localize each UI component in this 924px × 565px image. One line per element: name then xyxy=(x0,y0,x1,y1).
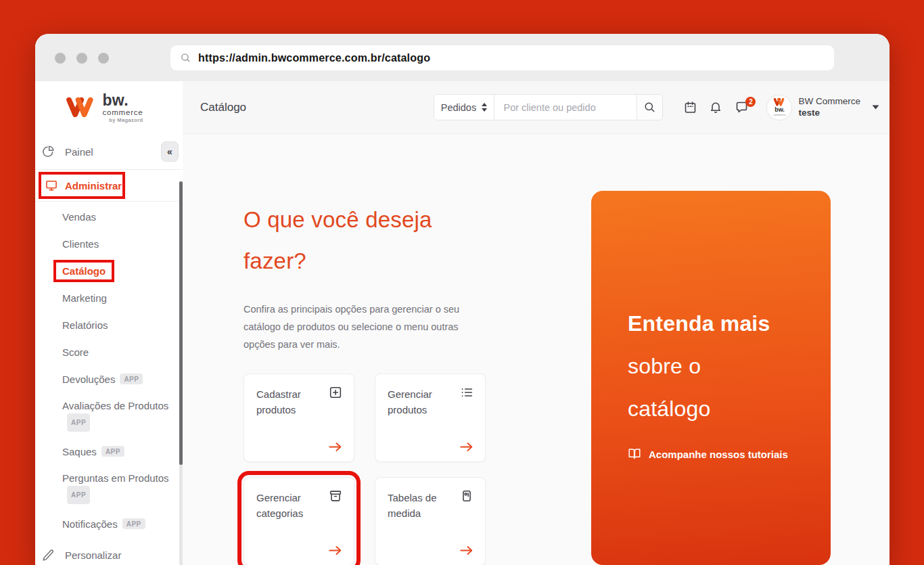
sidebar-item-personalizar[interactable]: Personalizar xyxy=(35,540,183,565)
browser-window: https://admin.bwcommerce.com.br/catalogo… xyxy=(35,34,890,565)
app-badge: APP xyxy=(67,486,90,504)
bw-logo-mark-icon xyxy=(65,95,96,120)
sidebar-item-score[interactable]: Score xyxy=(35,338,183,365)
sidebar-item-perguntas-em-produtos[interactable]: Perguntas em Produtos APP xyxy=(35,465,183,510)
open-book-icon xyxy=(628,448,641,460)
sidebar-scrollbar-thumb[interactable] xyxy=(179,181,183,465)
address-bar[interactable]: https://admin.bwcommerce.com.br/catalogo xyxy=(170,45,834,70)
sidebar-item-label: Administrar xyxy=(65,180,122,191)
sidebar-item-avaliacoes-de-produtos[interactable]: Avaliações de Produtos APP xyxy=(35,392,183,438)
page-background: { "frame": { "url": "https://admin.bwcom… xyxy=(0,0,924,565)
measure-icon xyxy=(459,489,474,503)
card-gerenciar-produtos[interactable]: Gerenciar produtos xyxy=(375,374,486,462)
window-controls xyxy=(55,53,109,64)
window-minimize-button[interactable] xyxy=(76,53,87,64)
sidebar-item-label: Vendas xyxy=(62,211,96,223)
sidebar-item-label: Personalizar xyxy=(65,549,121,561)
app-badge: APP xyxy=(67,413,90,432)
arrow-right-icon xyxy=(328,442,343,452)
brand-subname: commerce xyxy=(102,109,143,117)
page-header: Catálogo Pedidos xyxy=(183,81,890,134)
sidebar-item-painel[interactable]: Painel « xyxy=(35,134,183,169)
sidebar-item-marketing[interactable]: Marketing xyxy=(35,284,183,311)
sidebar-item-vendas[interactable]: Vendas xyxy=(35,203,183,230)
card-title: Tabelas de medida xyxy=(388,490,455,521)
sidebar-item-label: Marketing xyxy=(62,292,107,304)
card-cadastrar-produtos[interactable]: Cadastrar produtos xyxy=(244,374,354,462)
sidebar-item-label: Perguntas em Produtos xyxy=(62,472,169,484)
arrow-right-icon xyxy=(459,442,474,452)
order-search-group: Pedidos xyxy=(434,94,663,120)
brand-logo[interactable]: bw. commerce by Magazord xyxy=(35,81,183,134)
calendar-icon xyxy=(683,100,697,114)
account-name: BW Commerce xyxy=(798,96,860,108)
bell-icon xyxy=(709,100,722,114)
sidebar-item-relatorios[interactable]: Relatórios xyxy=(35,311,183,338)
search-button[interactable] xyxy=(637,95,662,120)
card-title: Gerenciar produtos xyxy=(388,386,455,417)
sort-updown-icon xyxy=(481,103,488,112)
sidebar-item-catalogo[interactable]: Catálogo xyxy=(35,257,183,284)
messages-button[interactable]: 2 xyxy=(734,100,749,115)
app-badge: APP xyxy=(122,518,145,529)
card-title: Gerenciar categorias xyxy=(256,490,324,521)
card-tabelas-de-medida[interactable]: Tabelas de medida xyxy=(375,477,486,565)
annotation-box: Catálogo xyxy=(53,260,114,282)
app-badge: APP xyxy=(120,374,143,384)
avatar-brand-subtext: commerce xyxy=(773,113,786,117)
action-cards-grid: Cadastrar produtos xyxy=(244,374,488,565)
avatar-brand-text: bw. xyxy=(775,107,785,113)
promo-title-bold: Entenda mais xyxy=(628,302,804,345)
app-badge: APP xyxy=(101,446,124,457)
sidebar-item-label: Score xyxy=(62,346,89,358)
brand-logo-text: bw. commerce by Magazord xyxy=(102,93,143,123)
brand-name: bw. xyxy=(102,93,143,108)
search-icon xyxy=(180,52,191,64)
window-close-button[interactable] xyxy=(55,53,66,64)
sidebar-item-label: Clientes xyxy=(62,238,99,250)
sidebar-item-administrar annotation-box[interactable]: Administrar xyxy=(39,172,125,199)
sidebar-item-label: Catálogo xyxy=(62,265,106,277)
tutorials-link[interactable]: Acompanhe nossos tutoriais xyxy=(628,448,804,460)
sidebar-item-label: Avaliações de Produtos xyxy=(62,400,168,411)
window-maximize-button[interactable] xyxy=(98,53,109,64)
notifications-button[interactable] xyxy=(708,100,723,115)
sidebar-collapse-button[interactable]: « xyxy=(161,141,179,162)
archive-box-icon xyxy=(328,489,343,503)
page-heading: O que você deseja fazer? xyxy=(244,199,467,281)
bw-logo-mark-icon xyxy=(773,97,785,107)
sidebar-item-devolucoes[interactable]: Devoluções APP xyxy=(35,365,183,392)
catalog-actions-section: O que você deseja fazer? Confira as prin… xyxy=(244,199,488,565)
sidebar-item-label: Devoluções xyxy=(62,374,115,385)
card-title: Cadastrar produtos xyxy=(256,386,324,417)
calendar-button[interactable] xyxy=(683,100,697,115)
arrow-right-icon xyxy=(459,545,474,556)
chevron-double-left-icon: « xyxy=(167,146,172,157)
brand-byline: by Magazord xyxy=(102,118,143,123)
sidebar-item-label: Notificações xyxy=(62,518,118,530)
divider xyxy=(35,169,183,170)
sidebar-item-saques[interactable]: Saques APP xyxy=(35,438,183,465)
main-column: Catálogo Pedidos xyxy=(183,81,890,565)
browser-chrome: https://admin.bwcommerce.com.br/catalogo xyxy=(35,34,890,81)
caret-down-icon[interactable] xyxy=(872,105,879,110)
sidebar-item-label: Painel xyxy=(65,146,93,158)
card-gerenciar-categorias annotation-box[interactable]: Gerenciar categorias xyxy=(244,477,354,565)
plus-square-icon xyxy=(328,385,343,400)
page-description: Confira as principais opções para gerenc… xyxy=(244,300,486,353)
search-input[interactable] xyxy=(494,95,637,120)
promo-title-line2: sobre o xyxy=(628,345,804,388)
sidebar-item-label: Relatórios xyxy=(62,319,108,331)
page-title: Catálogo xyxy=(200,101,246,114)
search-scope-select[interactable]: Pedidos xyxy=(434,95,494,120)
list-icon xyxy=(459,385,474,400)
header-actions: Pedidos xyxy=(434,94,881,120)
content-area: O que você deseja fazer? Confira as prin… xyxy=(183,134,890,565)
account-avatar[interactable]: bw. commerce xyxy=(766,95,792,120)
sidebar-item-notificacoes[interactable]: Notificações APP xyxy=(35,510,183,537)
sidebar-item-clientes[interactable]: Clientes xyxy=(35,230,183,257)
promo-panel[interactable]: Entenda mais sobre o catálogo Acompanhe … xyxy=(591,191,831,565)
account-menu[interactable]: BW Commerce teste xyxy=(798,96,860,119)
message-count-badge: 2 xyxy=(745,97,756,107)
url-text[interactable]: https://admin.bwcommerce.com.br/catalogo xyxy=(198,52,430,64)
